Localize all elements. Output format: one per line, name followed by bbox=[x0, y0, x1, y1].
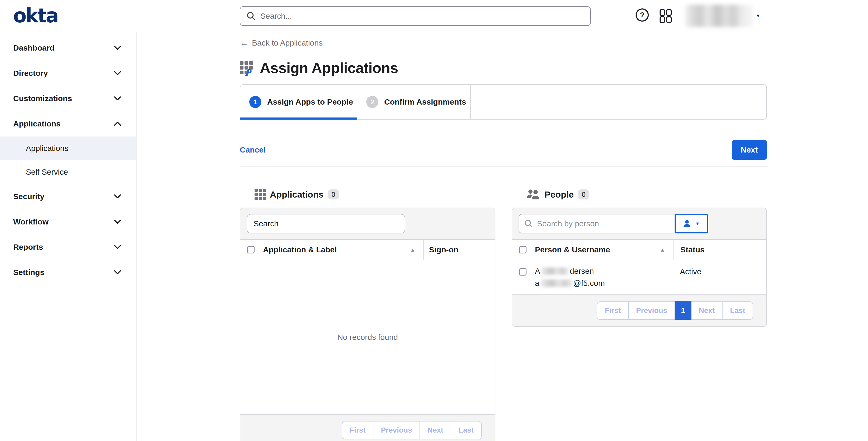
actions-row: Cancel Next bbox=[240, 140, 767, 160]
column-person-username[interactable]: Person & Username bbox=[535, 245, 610, 254]
applications-section-header: Applications 0 bbox=[254, 188, 495, 201]
assign-applications-icon bbox=[240, 61, 254, 76]
chevron-down-icon bbox=[114, 270, 121, 275]
sidebar-item-customizations[interactable]: Customizations bbox=[0, 86, 136, 111]
search-icon bbox=[524, 219, 533, 228]
sidebar-item-reports[interactable]: Reports bbox=[0, 234, 136, 260]
people-count-badge: 0 bbox=[578, 189, 589, 199]
sidebar: Dashboard Directory Customizations Appli… bbox=[0, 32, 136, 441]
people-pagination-bar: First Previous 1 Next Last bbox=[512, 294, 766, 326]
step-confirm-assignments[interactable]: 2 Confirm Assignments bbox=[357, 85, 471, 119]
pagination-last-button[interactable]: Last bbox=[451, 421, 482, 439]
chevron-down-icon bbox=[114, 45, 121, 50]
step-assign-apps-to-people[interactable]: 1 Assign Apps to People bbox=[240, 85, 357, 119]
sidebar-item-dashboard[interactable]: Dashboard bbox=[0, 35, 136, 61]
people-section: People 0 bbox=[512, 188, 767, 441]
pagination-next-button[interactable]: Next bbox=[691, 302, 723, 320]
people-table-header: Person & Username ▲ Status bbox=[512, 240, 766, 260]
chevron-up-icon bbox=[114, 121, 121, 126]
people-section-title: People bbox=[545, 189, 574, 200]
people-section-header: People 0 bbox=[526, 188, 767, 201]
people-panel: ▼ Person & Username ▲ Status bbox=[512, 208, 767, 327]
empty-message: No records found bbox=[337, 333, 398, 342]
topbar: okta ? ▼ bbox=[0, 0, 868, 32]
divider bbox=[240, 166, 767, 167]
applications-toolbar bbox=[240, 208, 495, 240]
main-content: ← Back to Applications bbox=[136, 32, 868, 441]
person-username: a@f5.com bbox=[535, 279, 673, 288]
sort-asc-icon[interactable]: ▲ bbox=[660, 247, 665, 253]
back-link[interactable]: ← Back to Applications bbox=[240, 38, 323, 48]
user-name-redacted bbox=[685, 5, 752, 27]
chevron-down-icon bbox=[114, 194, 121, 199]
search-icon bbox=[247, 11, 256, 21]
chevron-down-icon: ▼ bbox=[695, 221, 700, 226]
people-table-row[interactable]: Adersen a@f5.com Active bbox=[512, 260, 766, 294]
global-search[interactable] bbox=[240, 6, 591, 26]
people-icon bbox=[526, 189, 541, 200]
column-sign-on[interactable]: Sign-on bbox=[429, 245, 459, 254]
applications-panel: Application & Label ▲ Sign-on No records… bbox=[240, 208, 495, 441]
step-2-badge: 2 bbox=[366, 96, 378, 108]
svg-text:?: ? bbox=[640, 11, 644, 19]
sort-asc-icon[interactable]: ▲ bbox=[410, 247, 415, 253]
select-all-people-checkbox[interactable] bbox=[519, 246, 526, 253]
select-all-applications-checkbox[interactable] bbox=[247, 246, 254, 253]
people-filter-dropdown[interactable]: ▼ bbox=[675, 214, 708, 233]
chevron-down-icon bbox=[114, 96, 121, 101]
wizard-steps: 1 Assign Apps to People 2 Confirm Assign… bbox=[240, 84, 767, 120]
row-checkbox[interactable] bbox=[519, 268, 526, 276]
help-icon[interactable]: ? bbox=[635, 8, 649, 22]
sidebar-item-workflow[interactable]: Workflow bbox=[0, 209, 136, 234]
chevron-down-icon bbox=[114, 219, 121, 224]
pagination-first-button[interactable]: First bbox=[342, 421, 374, 439]
pagination-page-1-button[interactable]: 1 bbox=[675, 302, 691, 320]
column-application-label[interactable]: Application & Label bbox=[263, 245, 337, 254]
sidebar-item-directory[interactable]: Directory bbox=[0, 61, 136, 86]
applications-count-badge: 0 bbox=[328, 189, 339, 199]
chevron-down-icon bbox=[114, 71, 121, 75]
sidebar-subitem-self-service[interactable]: Self Service bbox=[0, 160, 136, 184]
applications-table-header: Application & Label ▲ Sign-on bbox=[240, 240, 495, 260]
global-search-input[interactable] bbox=[260, 11, 584, 21]
people-search-input[interactable] bbox=[537, 219, 669, 228]
column-status[interactable]: Status bbox=[680, 245, 705, 254]
pagination-previous-button[interactable]: Previous bbox=[373, 421, 420, 439]
person-icon bbox=[683, 220, 691, 228]
pagination-previous-button[interactable]: Previous bbox=[628, 302, 675, 320]
step-1-badge: 1 bbox=[249, 96, 261, 108]
applications-section-title: Applications bbox=[270, 189, 323, 200]
okta-logo[interactable]: okta bbox=[13, 4, 58, 27]
sidebar-item-applications[interactable]: Applications bbox=[0, 111, 136, 136]
redacted-username-segment bbox=[540, 280, 572, 287]
sidebar-item-settings[interactable]: Settings bbox=[0, 260, 136, 285]
page-title: Assign Applications bbox=[260, 59, 398, 76]
people-toolbar: ▼ bbox=[512, 208, 766, 240]
next-button[interactable]: Next bbox=[732, 140, 767, 160]
applications-grid-icon bbox=[254, 189, 266, 200]
applications-empty-state: No records found bbox=[240, 260, 495, 414]
chevron-down-icon: ▼ bbox=[756, 13, 761, 19]
apps-grid-icon[interactable] bbox=[659, 9, 672, 23]
applications-search-input[interactable] bbox=[247, 214, 405, 233]
user-menu[interactable]: ▼ bbox=[685, 4, 762, 28]
redacted-name-segment bbox=[541, 267, 569, 275]
applications-section: Applications 0 Application & Label bbox=[240, 188, 495, 441]
okta-admin-console: okta ? ▼ Dashboard Directory bbox=[0, 0, 868, 441]
back-arrow-icon: ← bbox=[240, 39, 248, 47]
page-title-row: Assign Applications bbox=[240, 59, 767, 76]
person-name: Adersen bbox=[535, 266, 673, 276]
sidebar-item-security[interactable]: Security bbox=[0, 184, 136, 209]
sidebar-subitem-applications[interactable]: Applications bbox=[0, 136, 136, 160]
pagination-next-button[interactable]: Next bbox=[420, 421, 452, 439]
person-status: Active bbox=[673, 266, 766, 288]
people-pager: First Previous 1 Next Last bbox=[597, 302, 753, 320]
applications-pager: First Previous Next Last bbox=[342, 421, 482, 439]
people-search[interactable] bbox=[519, 214, 675, 233]
chevron-down-icon bbox=[114, 245, 121, 250]
applications-pagination-bar: First Previous Next Last bbox=[240, 414, 495, 441]
cancel-button[interactable]: Cancel bbox=[240, 146, 266, 154]
pagination-last-button[interactable]: Last bbox=[722, 302, 753, 320]
pagination-first-button[interactable]: First bbox=[597, 302, 629, 320]
